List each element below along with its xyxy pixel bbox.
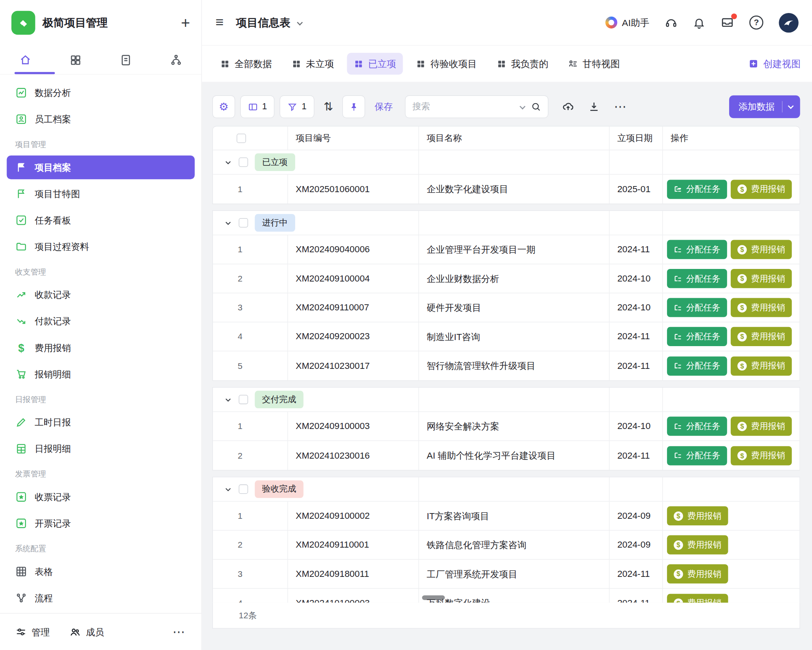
table-row[interactable]: 1 XM202501060001 企业数字化建设项目 2025-01 分配任务 … — [213, 175, 799, 204]
section-label-system-config: 系统配置 — [7, 538, 195, 560]
search-input[interactable] — [412, 102, 521, 112]
sidebar-item-data-analytics[interactable]: 数据分析 — [7, 81, 195, 105]
tab-workflow[interactable] — [151, 54, 201, 66]
inbox-icon[interactable] — [721, 16, 734, 29]
sidebar-item-invoice-received[interactable]: 收票记录 — [7, 485, 195, 509]
assign-task-button[interactable]: 分配任务 — [667, 327, 727, 346]
expense-claim-button[interactable]: $费用报销 — [731, 298, 792, 317]
sidebar-item-task-board[interactable]: 任务看板 — [7, 208, 195, 232]
group-checkbox[interactable] — [239, 485, 248, 494]
collapse-chevron-icon[interactable] — [224, 396, 232, 403]
sidebar-item-timesheet[interactable]: 工时日报 — [7, 410, 195, 434]
sidebar-item-label: 数据分析 — [35, 87, 71, 99]
assign-task-button[interactable]: 分配任务 — [667, 417, 727, 436]
view-settings-button[interactable]: ⚙ — [212, 95, 235, 118]
fields-config-button[interactable]: 1 — [240, 95, 275, 118]
pin-button[interactable] — [343, 95, 365, 118]
user-avatar[interactable] — [779, 13, 798, 32]
sidebar-item-expense-claims[interactable]: $ 费用报销 — [7, 336, 195, 360]
sidebar-item-project-archive[interactable]: 项目档案 — [7, 156, 195, 180]
expense-claim-button[interactable]: $费用报销 — [731, 356, 792, 375]
toolbar-more-button[interactable]: ⋯ — [614, 100, 627, 114]
assign-task-button[interactable]: 分配任务 — [667, 298, 727, 317]
collapse-chevron-icon[interactable] — [224, 219, 232, 227]
collapse-chevron-icon[interactable] — [224, 485, 232, 493]
sidebar-item-workflow[interactable]: 流程 — [7, 586, 195, 610]
expense-claim-button[interactable]: $费用报销 — [731, 417, 792, 436]
hamburger-menu-icon[interactable]: ≡ — [216, 15, 224, 29]
table-row[interactable]: 2 XM202410230016 AI 辅助个性化学习平台建设项目 2024-1… — [213, 441, 799, 470]
save-button[interactable]: 保存 — [375, 100, 393, 113]
sidebar-item-expense-details[interactable]: 报销明细 — [7, 362, 195, 386]
members-button[interactable]: 成员 — [69, 626, 104, 638]
expense-claim-button[interactable]: $费用报销 — [731, 327, 792, 346]
expense-claim-button[interactable]: $费用报销 — [667, 506, 728, 525]
expense-claim-button[interactable]: $费用报销 — [731, 240, 792, 259]
view-tab-pending-acceptance[interactable]: 待验收项目 — [409, 53, 484, 75]
table-row[interactable]: 1 XM202409100002 IT方案咨询项目 2024-09 $费用报销 — [213, 502, 799, 531]
add-data-button[interactable]: 添加数据 — [729, 95, 800, 118]
group-checkbox[interactable] — [239, 395, 248, 404]
sidebar-item-receipts[interactable]: 收款记录 — [7, 283, 195, 307]
sidebar-item-project-docs[interactable]: 项目过程资料 — [7, 235, 195, 259]
table-row[interactable]: 3 XM202409110007 硬件开发项目 2024-10 分配任务 $费用… — [213, 293, 799, 322]
view-tab-established[interactable]: 已立项 — [347, 53, 403, 75]
view-grid-icon — [220, 59, 230, 69]
sort-icon[interactable]: ⇅ — [324, 100, 333, 113]
sidebar-item-invoice-issued[interactable]: 开票记录 — [7, 511, 195, 535]
select-all-checkbox[interactable] — [237, 133, 246, 143]
headset-icon[interactable] — [665, 16, 678, 29]
expense-claim-button[interactable]: $费用报销 — [731, 180, 792, 199]
import-cloud-icon[interactable] — [562, 100, 574, 113]
table-row[interactable]: 4 XM202409200023 制造业IT咨询 2024-11 分配任务 $费… — [213, 322, 799, 351]
assign-task-button[interactable]: 分配任务 — [667, 269, 727, 288]
help-icon[interactable]: ? — [749, 15, 763, 29]
ai-assistant-button[interactable]: AI助手 — [605, 16, 649, 29]
table-row[interactable]: 4 XM202410100003 万科数字化建设 2024-11 $费用报销 — [213, 589, 799, 602]
export-download-icon[interactable] — [588, 100, 600, 113]
sidebar-item-employee-archive[interactable]: 员工档案 — [7, 107, 195, 131]
group-checkbox[interactable] — [239, 218, 248, 228]
tab-documents[interactable] — [101, 54, 151, 66]
table-row[interactable]: 2 XM202409110001 铁路信息化管理方案咨询 2024-09 $费用… — [213, 531, 799, 559]
table-row[interactable]: 1 XM202409040006 企业管理平台开发项目一期 2024-11 分配… — [213, 235, 799, 264]
group-header-row: 验收完成 — [213, 477, 799, 502]
tab-grid-apps[interactable] — [50, 54, 101, 66]
table-row[interactable]: 1 XM202409100003 网络安全解决方案 2024-10 分配任务 $… — [213, 412, 799, 441]
expense-claim-button[interactable]: $费用报销 — [731, 269, 792, 288]
expense-claim-button[interactable]: $费用报销 — [667, 594, 728, 602]
bell-icon[interactable] — [693, 16, 706, 29]
view-tab-gantt[interactable]: 甘特视图 — [561, 53, 627, 75]
expense-claim-button[interactable]: $费用报销 — [667, 564, 728, 583]
assign-task-button[interactable]: 分配任务 — [667, 180, 727, 199]
collapse-chevron-icon[interactable] — [224, 158, 232, 166]
view-tab-all-data[interactable]: 全部数据 — [214, 53, 279, 75]
table-row[interactable]: 5 XM202410230017 智行物流管理软件升级项目 2024-11 分配… — [213, 351, 799, 380]
sidebar-item-project-gantt[interactable]: 项目甘特图 — [7, 182, 195, 206]
expense-claim-button[interactable]: $费用报销 — [731, 446, 792, 465]
view-tab-not-established[interactable]: 未立项 — [285, 53, 341, 75]
table-row[interactable]: 2 XM202409100004 企业业财数据分析 2024-10 分配任务 $… — [213, 264, 799, 293]
section-label-daily-report: 日报管理 — [7, 389, 195, 411]
sidebar-more-button[interactable]: ⋯ — [173, 625, 186, 639]
assign-task-button[interactable]: 分配任务 — [667, 356, 727, 375]
sidebar-item-payments[interactable]: 付款记录 — [7, 309, 195, 333]
tab-home[interactable] — [0, 54, 50, 66]
sidebar-menu: 数据分析 员工档案 项目管理 项目档案 项目甘特图 — [0, 75, 201, 613]
view-tab-my-projects[interactable]: 我负责的 — [490, 53, 555, 75]
search-icon[interactable] — [531, 102, 542, 112]
filter-button[interactable]: 1 — [280, 95, 314, 118]
table-row[interactable]: 3 XM202409180011 工厂管理系统开发项目 2024-11 $费用报… — [213, 560, 799, 589]
sidebar-item-tables[interactable]: 表格 — [7, 560, 195, 584]
assign-task-button[interactable]: 分配任务 — [667, 446, 727, 465]
add-app-button[interactable]: + — [181, 15, 190, 30]
manage-button[interactable]: 管理 — [15, 626, 50, 638]
assign-task-button[interactable]: 分配任务 — [667, 240, 727, 259]
search-field-chevron-icon[interactable] — [520, 102, 525, 111]
horizontal-scrollbar[interactable] — [422, 596, 445, 600]
expense-claim-button[interactable]: $费用报销 — [667, 535, 728, 555]
create-view-button[interactable]: 创建视图 — [748, 58, 801, 70]
sidebar-item-daily-details[interactable]: 日报明细 — [7, 437, 195, 461]
group-checkbox[interactable] — [239, 158, 248, 167]
title-chevron-down-icon[interactable] — [298, 18, 302, 27]
